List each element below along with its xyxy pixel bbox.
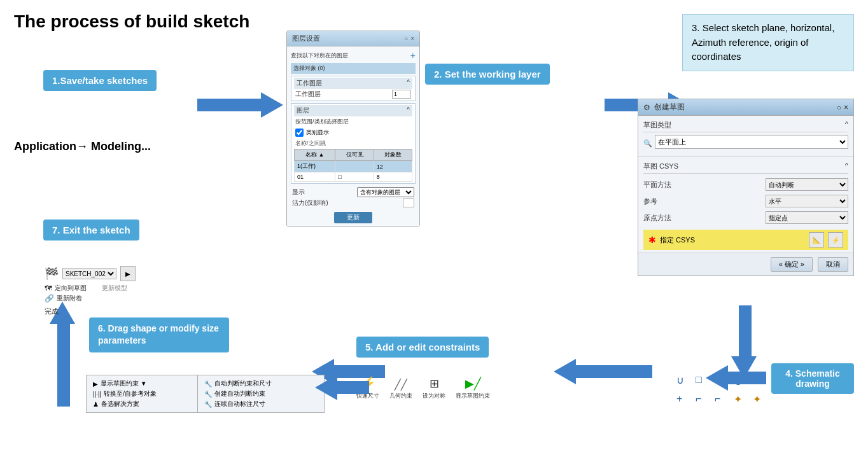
right-dialog-controls: ○ × xyxy=(837,103,848,112)
set-symmetric-label: 设为对称 xyxy=(423,392,445,400)
lm-item-1[interactable]: ▶ 显示草图约束 ▼ xyxy=(93,379,200,388)
arrow-4-to-step5 xyxy=(706,365,766,391)
working-layer-section: 工作图层 ^ 工作图层 xyxy=(291,76,416,101)
step5-toolbar: ⚡ 快速尺寸 ╱╱ 几何约束 ⊞ 设为对称 ▶╱ 显示草图约束 xyxy=(356,375,490,400)
csys-section-header: 草图 CSYS ^ xyxy=(643,160,848,174)
right-menu-box: 🔧 自动判断约束和尺寸 🔧 创建自动判断约束 🔧 连续自动标注尺寸 xyxy=(197,375,325,413)
csys-btn-1[interactable]: 📐 xyxy=(809,232,824,247)
lm-item-3[interactable]: ♟ 备选解决方案 xyxy=(93,400,200,408)
layer-count-1: 12 xyxy=(374,161,412,172)
reattach-icon: 🔗 xyxy=(45,294,54,303)
auto-constraint-label: 自动判断约束和尺寸 xyxy=(214,379,272,388)
right-dialog-buttons: « 确定 » 取消 xyxy=(638,253,853,275)
alternate-icon: ♟ xyxy=(93,401,99,408)
symbol-plus: + xyxy=(676,393,693,410)
col-header-count: 对象数 xyxy=(374,150,412,161)
csys-star-icon: ✱ xyxy=(648,235,656,245)
csys-field-1: 参考 水平 xyxy=(643,193,848,209)
right-dialog-titlebar: ⚙ 创建草图 ○ × xyxy=(638,99,853,116)
origin-select[interactable]: 指定点 xyxy=(766,211,848,224)
right-dialog-close[interactable]: × xyxy=(844,103,848,112)
step6-text: 6. Drag shape or modify size parameters xyxy=(98,323,219,346)
csys-btn-2[interactable]: ⚡ xyxy=(828,232,843,247)
symbol-union: ∪ xyxy=(676,374,693,391)
sketch-name-row: 🏁 SKETCH_002 ▶ xyxy=(45,266,136,281)
sketch-icon-btn[interactable]: ▶ xyxy=(120,266,136,281)
left-dialog-title: 图层设置 xyxy=(292,34,320,43)
step4-label: 4. Schematic drawing xyxy=(771,363,854,394)
sketch-menu-items: 🗺 定向到草图 更新模型 🔗 重新附着 xyxy=(45,284,136,303)
right-dialog-title-left: ⚙ 创建草图 xyxy=(643,102,685,113)
left-dialog-body: 查找以下对所在的图层 + 选择对象 (0) 工作图层 ^ 工作图层 xyxy=(287,46,419,226)
symbol-corner2: ⌐ xyxy=(715,393,731,410)
rm-item-1[interactable]: 🔧 自动判断约束和尺寸 xyxy=(204,379,318,388)
layers-section: 图层 ^ 按范围/类别选择图层 类别显示 名称/之间跳 名称 ▲ 仅可见 对象数 xyxy=(291,103,416,184)
sketch-type-section: 草图类型 ^ 🔍 在平面上 xyxy=(638,116,853,157)
step3-label: 3. Select sketch plane, horizontal, Azim… xyxy=(682,14,854,71)
show-checkbox[interactable] xyxy=(295,129,304,137)
continuous-dim-icon: 🔧 xyxy=(204,401,212,408)
rm-item-3[interactable]: 🔧 连续自动标注尺寸 xyxy=(204,400,318,408)
sketch-name-select[interactable]: SKETCH_002 xyxy=(62,268,116,279)
layer-count-2: 8 xyxy=(374,172,412,182)
update-input[interactable] xyxy=(403,199,414,207)
right-dialog-cancel-button[interactable]: 取消 xyxy=(818,257,848,272)
right-dialog-ok-button[interactable]: « 确定 » xyxy=(771,257,813,272)
layer-row-2[interactable]: 01 □ 8 xyxy=(295,172,412,182)
lm-item-2[interactable]: ||·|| 转换至/自参考对象 xyxy=(93,389,200,398)
csys-label: 指定 CSYS xyxy=(660,235,695,245)
create-constraint-icon: 🔧 xyxy=(204,391,212,398)
step5-label: 5. Add or edit constraints xyxy=(356,337,489,358)
sketch-menu-item-1[interactable]: 🗺 定向到草图 更新模型 xyxy=(45,284,136,293)
sketch-type-row: 🔍 在平面上 xyxy=(643,135,848,151)
step7-label: 7. Exit the sketch xyxy=(43,220,139,240)
left-dialog-ok-button[interactable]: 更新 xyxy=(334,212,372,223)
right-dialog-minimize[interactable]: ○ xyxy=(837,103,841,112)
ok-btn-area: 更新 xyxy=(291,211,416,223)
geom-constraint-item[interactable]: ╱╱ 几何约束 xyxy=(389,379,412,400)
plane-method-select[interactable]: 自动判断 xyxy=(766,178,848,191)
csys-caret: ^ xyxy=(845,162,848,171)
display-row: 显示 含有对象的图层 xyxy=(291,186,416,198)
left-dialog-minimize[interactable]: ○ xyxy=(404,35,408,42)
application-text: Application→ Modeling... xyxy=(14,140,151,153)
rm-item-2[interactable]: 🔧 创建自动判断约束 xyxy=(204,389,318,398)
show-sketch-constraints-item[interactable]: ▶╱ 显示草图约束 xyxy=(456,377,490,400)
search-add-icon[interactable]: + xyxy=(410,50,416,60)
layer-visible-2: □ xyxy=(335,172,374,182)
reattach-label: 重新附着 xyxy=(57,294,82,303)
layer-row-1[interactable]: 1(工作) 12 xyxy=(295,161,412,172)
geom-constraint-label: 几何约束 xyxy=(389,392,412,400)
working-layer-row: 工作图层 xyxy=(294,89,412,99)
geom-constraint-icon: ╱╱ xyxy=(395,379,407,391)
orient-icon: 🗺 xyxy=(45,284,52,293)
create-constraint-label: 创建自动判断约束 xyxy=(214,389,265,398)
edit-model-label: 更新模型 xyxy=(102,284,127,293)
col-header-name: 名称 ▲ xyxy=(295,150,335,161)
symbol-corner1: ⌐ xyxy=(696,393,712,410)
alternate-label: 备选解决方案 xyxy=(101,400,139,408)
orient-label: 定向到草图 xyxy=(55,284,87,293)
sketch-type-select[interactable]: 在平面上 xyxy=(655,135,848,149)
working-layer-input[interactable] xyxy=(392,90,411,99)
display-select[interactable]: 含有对象的图层 xyxy=(357,187,414,197)
filter-label: 按范围/类别选择图层 xyxy=(294,116,412,127)
reference-select[interactable]: 水平 xyxy=(766,195,848,207)
show-sketch-constraints-label: 显示草图约束 xyxy=(456,392,490,400)
update-row: 活力(仅影响) xyxy=(291,198,416,208)
show-constraints-label: 显示草图约束 ▼ xyxy=(101,379,147,388)
sketch-exit-area: 🏁 SKETCH_002 ▶ 🗺 定向到草图 更新模型 🔗 重新附着 完成 xyxy=(45,266,136,316)
set-symmetric-item[interactable]: ⊞ 设为对称 xyxy=(423,377,445,400)
right-dialog[interactable]: ⚙ 创建草图 ○ × 草图类型 ^ 🔍 在平面上 草图 C xyxy=(638,99,854,276)
left-menu-box: ▶ 显示草图约束 ▼ ||·|| 转换至/自参考对象 ♟ 备选解决方案 xyxy=(86,375,207,413)
sketch-type-header: 草图类型 ^ xyxy=(643,118,848,132)
left-dialog[interactable]: 图层设置 ○ × 查找以下对所在的图层 + 选择对象 (0) 工作图层 ^ xyxy=(286,31,420,227)
csys-highlight-row: ✱ 指定 CSYS 📐 ⚡ xyxy=(643,230,848,250)
layer-visible-1 xyxy=(335,161,374,172)
step6-label: 6. Drag shape or modify size parameters xyxy=(89,317,229,352)
sketch-csys-section: 草图 CSYS ^ 平面方法 自动判断 参考 水平 原点方法 指定点 xyxy=(638,157,853,253)
left-dialog-close[interactable]: × xyxy=(410,35,414,42)
sketch-menu-item-2[interactable]: 🔗 重新附着 xyxy=(45,294,136,303)
show-constraints-icon: ▶ xyxy=(93,380,98,387)
step2-label: 2. Set the working layer xyxy=(425,64,550,85)
